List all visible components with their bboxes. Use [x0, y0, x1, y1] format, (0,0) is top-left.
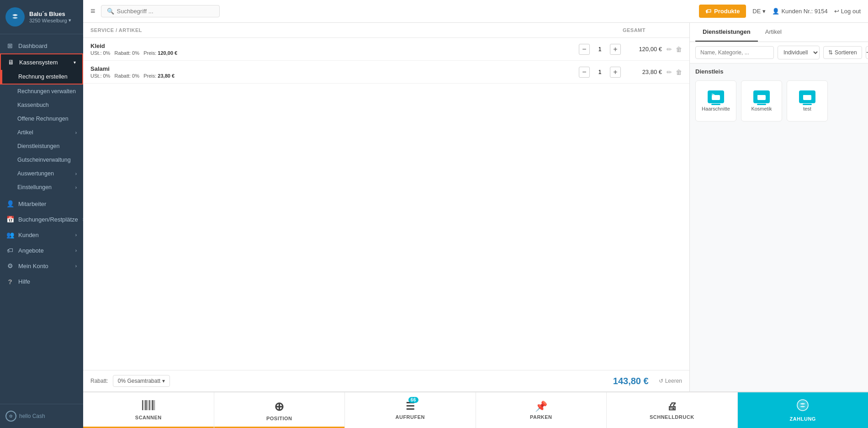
- edit-icon[interactable]: ✏: [667, 46, 672, 53]
- clear-button[interactable]: ↺ Leeren: [659, 378, 682, 384]
- dashboard-icon: ⊞: [6, 42, 14, 49]
- service-search-input[interactable]: [695, 46, 774, 59]
- position-button[interactable]: ⊕ POSITION: [214, 392, 345, 428]
- sidebar-item-auswertungen[interactable]: Auswertungen ›: [0, 167, 83, 180]
- sort-icon: ⇅: [828, 49, 833, 56]
- svg-rect-10: [148, 400, 148, 410]
- brand-location[interactable]: 3250 Wieselburg ▾: [29, 17, 71, 23]
- svg-rect-6: [803, 95, 807, 96]
- language-selector[interactable]: DE ▾: [752, 8, 766, 15]
- chevron-right-icon: ›: [75, 232, 77, 238]
- folder-icon: [799, 90, 815, 103]
- qty-control: − 1 +: [579, 44, 621, 55]
- hello-cash-branding: ✿ hello Cash: [5, 411, 45, 422]
- search-box: 🔍: [101, 5, 220, 17]
- invoice-header: SERVICE / ARTIKEL GESAMT: [83, 23, 689, 38]
- chevron-icon: ›: [75, 130, 77, 135]
- plus-circle-icon: ⊕: [274, 400, 285, 414]
- tag-icon: 🏷: [705, 8, 711, 15]
- scannen-button[interactable]: SCANNEN: [83, 392, 214, 428]
- svg-rect-13: [152, 400, 153, 410]
- sidebar-item-angebote[interactable]: 🏷 Angebote ›: [0, 243, 83, 258]
- bottom-bar: SCANNEN ⊕ POSITION 66 ☰ AUFRUFEN 📌 PARKE…: [83, 391, 868, 428]
- kunden-icon: 👥: [6, 231, 14, 238]
- qty-decrease-button[interactable]: −: [579, 67, 590, 78]
- sidebar-item-kassenbuch[interactable]: Kassenbuch: [0, 98, 83, 112]
- tab-artikel[interactable]: Artikel: [758, 23, 789, 42]
- sidebar-item-rechnungen-verwalten[interactable]: Rechnungen verwalten: [0, 85, 83, 98]
- rabatt-label: Rabatt:: [90, 378, 108, 384]
- search-icon: 🔍: [107, 8, 114, 15]
- aufrufen-button[interactable]: 66 ☰ AUFRUFEN: [345, 392, 476, 428]
- zahlung-button[interactable]: ZAHLUNG: [738, 392, 868, 428]
- hilfe-icon: ?: [6, 278, 14, 285]
- qty-value: 1: [593, 69, 606, 75]
- aufrufen-badge: 66: [408, 397, 418, 403]
- schnelldruck-button[interactable]: 🖨 SCHNELLDRUCK: [607, 392, 738, 428]
- search-input[interactable]: [117, 8, 208, 15]
- svg-rect-7: [142, 400, 143, 410]
- chevron-icon: ›: [75, 185, 77, 190]
- logout-button[interactable]: ↩ Log out: [834, 8, 861, 15]
- table-row: Kleid USt.: 0% Rabatt: 0% Preis: 120,00 …: [83, 38, 689, 61]
- chevron-right-icon: ›: [83, 217, 83, 222]
- sidebar-item-dienstleistungen[interactable]: Dienstleistungen: [0, 139, 83, 153]
- item-sub: USt.: 0% Rabatt: 0% Preis: 120,00 €: [90, 50, 574, 56]
- invoice-items-list: Kleid USt.: 0% Rabatt: 0% Preis: 120,00 …: [83, 38, 689, 370]
- chevron-down-icon: ▾: [74, 60, 76, 65]
- qty-increase-button[interactable]: +: [610, 44, 621, 55]
- sidebar-item-einstellungen[interactable]: Einstellungen ›: [0, 180, 83, 194]
- menu-toggle-button[interactable]: ≡: [90, 6, 95, 16]
- qty-increase-button[interactable]: +: [610, 67, 621, 78]
- angebote-icon: 🏷: [6, 247, 14, 254]
- buchungen-icon: 📅: [6, 216, 14, 223]
- scannen-label: SCANNEN: [135, 415, 162, 420]
- qty-decrease-button[interactable]: −: [579, 44, 590, 55]
- kunden-nr-link[interactable]: 👤 Kunden Nr.: 9154: [772, 8, 827, 15]
- list-item[interactable]: Haarschnitte: [695, 80, 736, 122]
- sidebar-item-buchungen[interactable]: 📅 Buchungen/Restplätze ›: [0, 211, 83, 227]
- rabatt-selector[interactable]: 0% Gesamtrabatt ▾: [113, 375, 170, 387]
- services-section-label: Dienstleis: [690, 63, 868, 78]
- sort-button[interactable]: ⇅ Sortieren: [823, 46, 862, 59]
- sidebar-item-offene-rechnungen[interactable]: Offene Rechnungen: [0, 112, 83, 126]
- service-card-label: Kosmetik: [751, 106, 772, 111]
- sidebar-item-kunden[interactable]: 👥 Kunden ›: [0, 227, 83, 243]
- item-sub: USt.: 0% Rabatt: 0% Preis: 23,80 €: [90, 73, 574, 79]
- svg-rect-11: [149, 400, 150, 410]
- parken-button[interactable]: 📌 PARKEN: [476, 392, 607, 428]
- aufrufen-label: AUFRUFEN: [396, 414, 425, 420]
- delete-icon[interactable]: 🗑: [676, 69, 682, 76]
- mein-konto-icon: ⚙: [6, 262, 14, 269]
- sidebar-item-dashboard[interactable]: ⊞ Dashboard: [0, 38, 83, 53]
- item-price: 23,80 €: [625, 69, 662, 75]
- chevron-down-icon: ▾: [762, 8, 766, 15]
- svg-rect-14: [154, 400, 155, 410]
- category-select[interactable]: Individuell: [778, 46, 820, 59]
- sidebar-item-gutscheinverwaltung[interactable]: Gutscheinverwaltung: [0, 153, 83, 167]
- qty-control: − 1 +: [579, 67, 621, 78]
- sidebar-item-rechnung-erstellen[interactable]: Rechnung erstellen: [1, 70, 82, 84]
- sidebar-item-mein-konto[interactable]: ⚙ Mein Konto ›: [0, 258, 83, 274]
- qty-value: 1: [593, 46, 606, 53]
- kassensystem-group: 🖥 Kassensystem ▾ Rechnung erstellen: [0, 53, 83, 85]
- pin-icon: 📌: [535, 401, 548, 412]
- sidebar-item-mitarbeiter[interactable]: 👤 Mitarbeiter: [0, 196, 83, 211]
- tab-dienstleistungen[interactable]: Dienstleistungen: [695, 23, 758, 42]
- brand-name: Balu´s Blues: [29, 11, 71, 17]
- sidebar-item-artikel[interactable]: Artikel ›: [0, 126, 83, 139]
- edit-icon[interactable]: ✏: [667, 69, 672, 76]
- list-item[interactable]: Kosmetik: [741, 80, 782, 122]
- sidebar-item-hilfe[interactable]: ? Hilfe: [0, 274, 83, 290]
- sidebar-item-kassensystem[interactable]: 🖥 Kassensystem ▾: [1, 54, 82, 70]
- delete-icon[interactable]: 🗑: [676, 46, 682, 53]
- topbar-right: 🏷 Produkte DE ▾ 👤 Kunden Nr.: 9154 ↩ Log…: [699, 5, 861, 18]
- logout-icon: ↩: [834, 8, 839, 15]
- folder-icon: [708, 90, 724, 103]
- schnelldruck-label: SCHNELLDRUCK: [650, 414, 694, 420]
- chevron-right-icon: ›: [75, 248, 77, 253]
- item-actions: ✏ 🗑: [667, 69, 682, 76]
- produkte-button[interactable]: 🏷 Produkte: [699, 5, 746, 18]
- list-item[interactable]: test: [787, 80, 828, 122]
- add-service-button[interactable]: +: [866, 46, 868, 59]
